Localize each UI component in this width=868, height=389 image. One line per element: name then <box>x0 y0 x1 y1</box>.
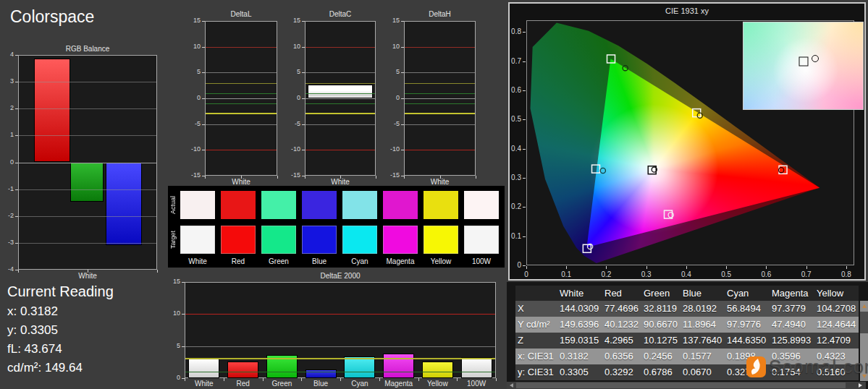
table-cell: 149.6396 <box>557 317 602 333</box>
cie-y-tick <box>523 236 526 237</box>
scroll-left-button[interactable] <box>507 382 515 389</box>
deltae-x-label: White <box>185 380 224 388</box>
ref-line <box>405 72 475 73</box>
deltae-bar-100w <box>461 357 492 378</box>
y-tick <box>15 163 18 163</box>
cie-y-tick-label: 0.4 <box>502 145 521 153</box>
deltal-chart-title: DeltaL <box>205 10 277 18</box>
vertical-scrollbar-thumb[interactable] <box>860 312 868 333</box>
ref-line <box>306 103 375 104</box>
cie-x-tick <box>606 266 607 269</box>
rgb-bar-red <box>34 59 70 163</box>
ref-line <box>185 372 495 372</box>
rgb-bar-blue <box>106 163 142 245</box>
table-header-cell: Cyan <box>725 286 770 301</box>
table-cell: 97.3779 <box>770 301 814 317</box>
table-cell: 0.3305 <box>557 364 602 380</box>
x-tick <box>457 378 458 381</box>
cie-x-tick <box>726 266 727 269</box>
ref-line <box>206 150 277 150</box>
ref-line <box>206 72 277 73</box>
deltae-x-label: Magenta <box>379 380 418 388</box>
horizontal-scrollbar-thumb[interactable] <box>516 382 846 388</box>
gridline <box>19 216 156 217</box>
ref-line <box>185 358 495 359</box>
y-tick-label: 5 <box>381 68 400 75</box>
table-cell: 104.2708 <box>814 301 859 317</box>
inset-target-marker <box>799 57 808 67</box>
swatch-label: Cyan <box>340 257 380 265</box>
cie-x-tick-label: 0.3 <box>636 270 657 278</box>
x-tick <box>157 270 158 273</box>
x-tick <box>185 378 185 381</box>
table-cell: 32.8119 <box>641 301 681 317</box>
cie-x-tick-label: 0.6 <box>755 270 777 278</box>
table-row-z[interactable]: Z159.03154.296510.1275137.7640144.635012… <box>515 333 859 349</box>
y-tick-label: 15 <box>282 17 300 24</box>
table-cell: 56.8494 <box>725 301 770 317</box>
deltae-bar-cyan <box>344 356 375 378</box>
table-cell: 159.0315 <box>557 333 602 349</box>
y-tick <box>182 346 185 347</box>
swatch-label: Red <box>218 257 258 265</box>
deltaC-bar <box>308 85 373 98</box>
deltae-bar-white <box>188 359 219 378</box>
table-cell: 10.1275 <box>641 333 681 349</box>
table-cell: 0.6786 <box>641 364 681 380</box>
scroll-up-button[interactable] <box>860 301 868 311</box>
cie-x-tick <box>686 266 687 269</box>
ref-line <box>306 93 375 94</box>
y-tick <box>401 124 404 125</box>
table-header-cell: Red <box>602 286 641 301</box>
table-cell: x: CIE31 <box>515 349 557 364</box>
table-cell: Z <box>515 333 557 349</box>
cie-y-tick-label: 0.8 <box>502 27 521 35</box>
y-tick <box>302 124 305 125</box>
colorspace-screen: Colorspace RGB Balance White DeltaL Whit… <box>0 0 868 389</box>
ref-line <box>405 83 475 84</box>
y-tick-label: -10 <box>381 145 400 153</box>
table-cell: 28.0192 <box>681 301 725 317</box>
scroll-right-button[interactable] <box>856 382 864 389</box>
y-tick <box>15 82 18 82</box>
gridline <box>19 243 156 244</box>
deltae-x-label: Green <box>263 380 302 388</box>
y-tick <box>202 98 205 99</box>
ref-line <box>405 124 475 125</box>
x-tick <box>340 378 341 381</box>
gridline <box>19 189 156 190</box>
y-tick <box>401 21 404 22</box>
chevron-left-icon <box>510 383 513 388</box>
swatch-label: White <box>177 257 218 265</box>
ref-line <box>405 113 475 114</box>
y-tick <box>15 189 18 190</box>
cie-y-tick-label: 0.7 <box>502 57 521 65</box>
swatch-target-green <box>261 226 296 254</box>
table-cell: 0.2456 <box>641 349 681 364</box>
cie-y-tick-label: 0.3 <box>502 174 521 181</box>
deltah-x-label: White <box>404 178 476 186</box>
swatch-actual-blue <box>302 191 337 219</box>
table-row-x[interactable]: X144.030977.469632.811928.019256.849497.… <box>515 301 859 317</box>
table-horizontal-scrollbar[interactable] <box>507 382 866 389</box>
y-tick-label: -1 <box>0 185 14 192</box>
table-cell: 0.1577 <box>681 349 725 364</box>
swatch-label: 100W <box>461 257 502 265</box>
x-tick <box>277 176 278 179</box>
table-header-cell: Blue <box>681 286 725 301</box>
y-tick-label: 10 <box>282 43 300 50</box>
watermark-text: Soomal.com <box>769 356 868 378</box>
cie-measured-cyan-circle <box>600 168 605 173</box>
x-tick <box>376 176 376 179</box>
table-cell: 0.6356 <box>602 349 641 364</box>
table-row-y-cd-m-[interactable]: Y cd/m²149.639640.123290.667011.896497.9… <box>515 317 859 333</box>
cie-y-tick-label: 0 <box>502 261 521 269</box>
deltae-x-label: Blue <box>301 380 340 388</box>
swatch-label: Blue <box>299 257 340 265</box>
deltae-x-label: Red <box>224 380 263 388</box>
cie-x-tick-label: 0.2 <box>595 270 617 278</box>
y-tick <box>15 108 18 109</box>
reading-cdm2: cd/m²: 149.64 <box>7 361 83 375</box>
deltae-x-label: Cyan <box>340 380 379 388</box>
table-cell: 124.4644 <box>814 317 859 333</box>
